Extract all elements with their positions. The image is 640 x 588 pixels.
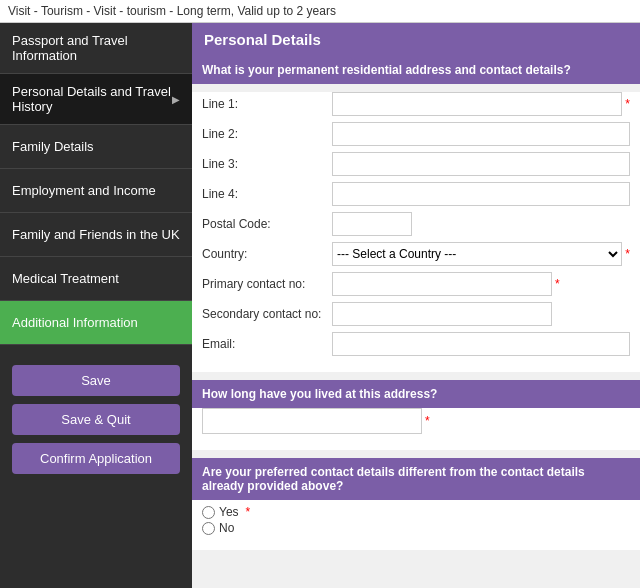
top-bar: Visit - Tourism - Visit - tourism - Long… (0, 0, 640, 23)
line3-input[interactable] (332, 152, 630, 176)
sidebar-item-personal-label: Personal Details and Travel History (12, 84, 172, 114)
line3-row: Line 3: (202, 152, 630, 176)
line1-required: * (625, 97, 630, 111)
save-quit-button[interactable]: Save & Quit (12, 404, 180, 435)
line1-label: Line 1: (202, 97, 332, 111)
yes-radio-label[interactable]: Yes * (202, 505, 630, 519)
yes-radio[interactable] (202, 506, 215, 519)
duration-row: * (202, 408, 630, 434)
sidebar-item-additional[interactable]: Additional Information (0, 301, 192, 345)
sidebar-item-passport-label: Passport and Travel Information (12, 33, 180, 63)
line3-label: Line 3: (202, 157, 332, 171)
sidebar-item-additional-label: Additional Information (12, 315, 138, 330)
sidebar-item-medical[interactable]: Medical Treatment (0, 257, 192, 301)
sidebar-action-buttons: Save Save & Quit Confirm Application (0, 355, 192, 484)
yes-required: * (246, 505, 251, 519)
postal-label: Postal Code: (202, 217, 332, 231)
line1-input[interactable] (332, 92, 622, 116)
contact-pref-form: Yes * No (192, 500, 640, 550)
primary-contact-row: Primary contact no: * (202, 272, 630, 296)
main-content: Personal Details What is your permanent … (192, 23, 640, 588)
secondary-contact-input[interactable] (332, 302, 552, 326)
secondary-contact-label: Secondary contact no: (202, 307, 332, 321)
sidebar-item-medical-label: Medical Treatment (12, 271, 119, 286)
save-button[interactable]: Save (12, 365, 180, 396)
sidebar-item-family-friends-label: Family and Friends in the UK (12, 227, 180, 242)
no-radio-label[interactable]: No (202, 521, 630, 535)
line1-row: Line 1: * (202, 92, 630, 116)
sidebar-item-employment-label: Employment and Income (12, 183, 156, 198)
contact-pref-radio-group: Yes * No (202, 500, 630, 540)
duration-required: * (425, 414, 430, 428)
chevron-right-icon: ▶ (172, 94, 180, 105)
primary-required: * (555, 277, 560, 291)
section3-header: Are your preferred contact details diffe… (192, 458, 640, 500)
page-title: Visit - Tourism - Visit - tourism - Long… (8, 4, 336, 18)
sidebar-item-family-label: Family Details (12, 139, 94, 154)
section2-header: How long have you lived at this address? (192, 380, 640, 408)
content-header: Personal Details (192, 23, 640, 56)
line4-row: Line 4: (202, 182, 630, 206)
line2-input[interactable] (332, 122, 630, 146)
confirm-application-button[interactable]: Confirm Application (12, 443, 180, 474)
no-radio[interactable] (202, 522, 215, 535)
primary-contact-input[interactable] (332, 272, 552, 296)
line2-row: Line 2: (202, 122, 630, 146)
sidebar-item-passport[interactable]: Passport and Travel Information (0, 23, 192, 74)
line4-input[interactable] (332, 182, 630, 206)
address-form: Line 1: * Line 2: Line 3: Line 4: Postal (192, 92, 640, 372)
secondary-contact-row: Secondary contact no: (202, 302, 630, 326)
country-select[interactable]: --- Select a Country --- (332, 242, 622, 266)
country-row: Country: --- Select a Country --- * (202, 242, 630, 266)
duration-input[interactable] (202, 408, 422, 434)
section1-header: What is your permanent residential addre… (192, 56, 640, 84)
country-required: * (625, 247, 630, 261)
primary-contact-label: Primary contact no: (202, 277, 332, 291)
line4-label: Line 4: (202, 187, 332, 201)
sidebar-item-family-friends[interactable]: Family and Friends in the UK (0, 213, 192, 257)
email-input[interactable] (332, 332, 630, 356)
postal-input[interactable] (332, 212, 412, 236)
address-duration-form: * (192, 408, 640, 450)
sidebar: Passport and Travel Information Personal… (0, 23, 192, 588)
country-label: Country: (202, 247, 332, 261)
email-row: Email: (202, 332, 630, 356)
email-label: Email: (202, 337, 332, 351)
postal-row: Postal Code: (202, 212, 630, 236)
line2-label: Line 2: (202, 127, 332, 141)
sidebar-item-personal-details[interactable]: Personal Details and Travel History ▶ (0, 74, 192, 125)
sidebar-item-employment[interactable]: Employment and Income (0, 169, 192, 213)
sidebar-item-family-details[interactable]: Family Details (0, 125, 192, 169)
